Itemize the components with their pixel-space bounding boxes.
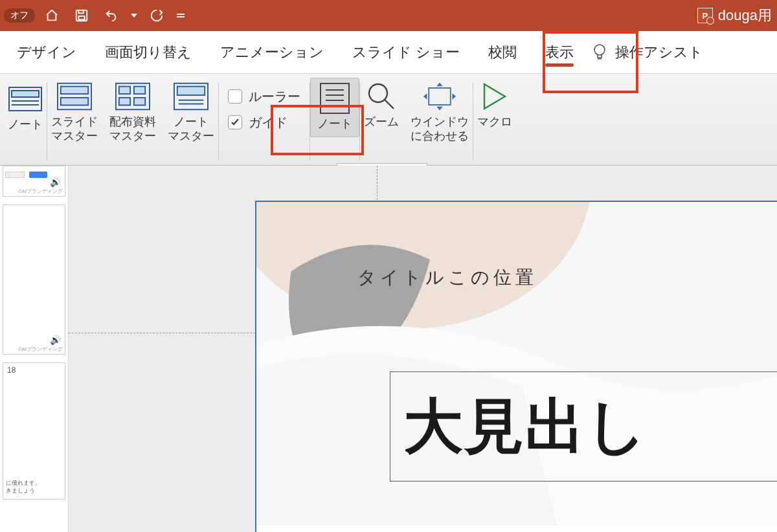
svg-line-25 [385,100,394,109]
ribbon: ノート スライド マスター 配布資料 マスター ノート マスター ルーラー [0,74,777,166]
svg-rect-11 [119,87,130,94]
svg-rect-9 [61,98,88,105]
outline-icon [8,84,43,114]
powerpoint-icon: P [697,8,713,23]
button-label: マクロ [477,115,512,129]
notes-panel-button[interactable]: ノート [310,78,359,137]
ribbon-tabs: デザイン 画面切り替え アニメーション スライド ショー 校閲 表示 操作アシス… [0,31,777,74]
hint-text: タイトルこの位置 [357,267,537,287]
autosave-toggle[interactable]: オフ [4,8,35,23]
tab-review[interactable]: 校閲 [474,31,531,73]
slide-canvas-area[interactable]: タイトルこの位置 大見出し [69,166,777,532]
undo-icon [104,8,118,23]
ruler-checkbox-row[interactable]: ルーラー [224,87,304,106]
slide-number: 18 [7,366,16,375]
tab-label: スライド ショー [352,43,460,62]
tab-label: デザイン [17,43,76,62]
save-icon [74,8,89,23]
chevron-down-icon [131,12,137,19]
tab-design[interactable]: デザイン [3,31,91,73]
svg-rect-1 [78,16,84,19]
svg-rect-16 [177,87,205,96]
autosave-label: オフ [10,10,28,20]
thumb-brand: ©AIブランディング [18,188,63,195]
home-icon [45,8,59,23]
svg-rect-19 [321,83,349,113]
titlebar-right: P douga用 [697,0,772,31]
tell-me-icon-wrap [588,43,611,62]
handout-master-button[interactable]: 配布資料 マスター [106,78,160,143]
svg-point-2 [594,45,605,55]
thumbnail[interactable]: 🔊 ©AIブランディング [3,166,65,197]
tab-transitions[interactable]: 画面切り替え [91,31,206,73]
svg-rect-4 [12,91,39,97]
file-name: douga用 [718,6,772,25]
thumb-brand: ©AIブランディング [18,346,63,353]
guide-checkbox-row[interactable]: ガイド [224,113,291,132]
svg-rect-14 [134,98,145,105]
titlebar: オフ P douga用 [0,0,777,31]
handout-master-icon [115,82,150,111]
thumb-audio-icon: 🔊 [50,335,61,345]
undo-button[interactable] [98,3,124,28]
button-label: ノート [8,118,43,132]
tab-label: 表示 [545,43,574,62]
qat-customize[interactable] [174,3,188,28]
button-label: ズーム [364,115,399,129]
ruler-checkbox[interactable] [228,89,242,104]
slide[interactable]: タイトルこの位置 大見出し [255,201,777,532]
heading-text: 大見出し [403,386,648,467]
save-button[interactable] [69,3,95,28]
fit-window-icon [422,82,457,111]
tab-view[interactable]: 表示 [531,31,588,73]
zoom-button[interactable]: ズーム [360,78,403,143]
button-label: ノート マスター [168,115,214,143]
note-master-icon [174,82,208,111]
notes-icon [317,83,352,113]
redo-button[interactable] [144,3,170,28]
guide-checkbox[interactable] [228,115,242,129]
heading-text-box[interactable]: 大見出し [390,371,777,482]
thumb-audio-icon: 🔊 [50,177,61,187]
tab-label: 操作アシスト [615,43,703,62]
fit-window-button[interactable]: ウインドウ に合わせる [407,78,473,143]
note-master-button[interactable]: ノート マスター [164,78,218,143]
button-label: スライド マスター [51,115,98,143]
tab-slideshow[interactable]: スライド ショー [338,31,474,73]
slide-master-button[interactable]: スライド マスター [47,78,102,143]
redo-icon [150,8,164,23]
slide-master-icon [57,82,92,111]
title-placeholder-hint[interactable]: タイトルこの位置 [357,265,537,290]
lightbulb-icon [592,43,607,62]
svg-rect-8 [61,87,88,94]
zoom-icon [364,82,399,111]
thumbnail[interactable]: 🔊 ©AIブランディング [3,205,65,355]
ruler-label: ルーラー [249,88,300,105]
button-label: ノート [317,117,352,131]
tab-animations[interactable]: アニメーション [206,31,338,73]
svg-rect-13 [119,98,130,105]
thumbnail-panel[interactable]: 🔊 ©AIブランディング 🔊 ©AIブランディング 18 に優れます。 きましょ… [0,166,69,532]
guide-label: ガイド [249,114,287,131]
tab-assist[interactable]: 操作アシスト [611,31,717,73]
svg-rect-12 [134,87,145,94]
tab-label: 校閲 [488,43,517,62]
svg-rect-26 [429,88,451,105]
button-label: 配布資料 マスター [109,115,156,143]
svg-point-24 [369,84,387,102]
macro-button[interactable]: マクロ [473,78,516,129]
equals-icon [176,11,185,20]
button-label: ウインドウ に合わせる [411,115,469,143]
macro-icon [477,82,512,111]
undo-dropdown[interactable] [128,3,140,28]
outline-view-button[interactable]: ノート [4,78,47,132]
tab-label: アニメーション [220,43,324,62]
home-button[interactable] [39,3,65,28]
thumb-text: きましょう [6,487,35,495]
tab-label: 画面切り替え [105,43,192,62]
thumbnail[interactable]: 18 に優れます。 きましょう [3,362,65,500]
workspace: 🔊 ©AIブランディング 🔊 ©AIブランディング 18 に優れます。 きましょ… [0,166,777,532]
